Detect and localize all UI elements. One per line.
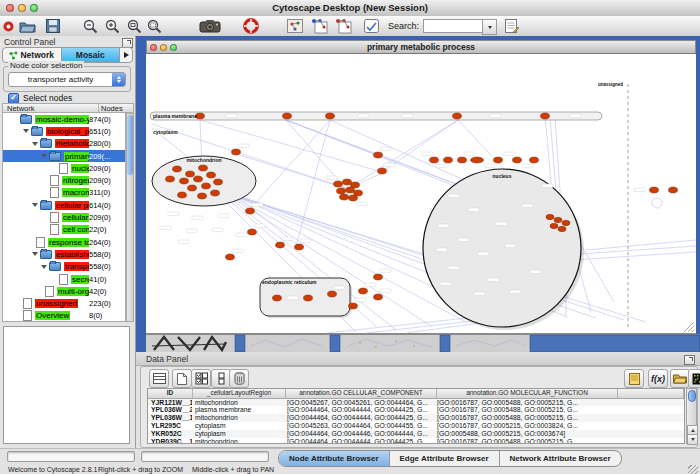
tree-label: cellular metabo (62, 213, 89, 222)
zoom-fit-icon[interactable] (125, 17, 143, 35)
tree-scrollbar-thumb[interactable] (127, 115, 133, 175)
tree-row[interactable]: cell communicat22(0) (3, 224, 125, 236)
expand-icon[interactable] (41, 265, 47, 269)
file-icon (50, 187, 59, 198)
zoom-out-icon[interactable] (81, 17, 99, 35)
nucleus-region (423, 169, 581, 327)
tree-count: 874(0) (89, 115, 125, 124)
layout-overlay-red-icon[interactable] (333, 17, 353, 35)
tab-network-attribute-browser[interactable]: Network Attribute Browser (500, 451, 621, 466)
tree-row[interactable]: nitrogen compo209(0) (3, 174, 125, 186)
tab-edge-attribute-browser[interactable]: Edge Attribute Browser (390, 451, 500, 466)
tree-count: 558(0) (89, 262, 125, 271)
tree-row[interactable]: cellular metabo209(0) (3, 211, 125, 223)
birdseye-view-panel[interactable] (3, 326, 130, 444)
column-network[interactable]: Network (3, 104, 99, 112)
tree-row-selected[interactable]: primary metabo209(... (3, 150, 125, 162)
layout-overlay-blue-icon[interactable] (309, 17, 329, 35)
tree-row[interactable]: nucleobase-209(0) (3, 162, 125, 174)
search-label: Search: (388, 21, 419, 31)
search-input[interactable] (423, 19, 486, 33)
tab-overflow-button[interactable] (120, 48, 132, 62)
column-id[interactable]: ID (148, 389, 193, 398)
search-dropdown-button[interactable] (482, 19, 497, 35)
tree-row[interactable]: metabolic process280(0) (3, 138, 125, 150)
tree-row[interactable]: mosaic-demo-yeast874(0) (3, 113, 125, 125)
tree-row[interactable]: cellular process614(0) (3, 199, 125, 211)
tree-row[interactable]: biological_process651(0) (3, 125, 125, 137)
tree-row[interactable]: secretion41(0) (3, 273, 125, 285)
network-canvas[interactable]: plasma membrane cytoplasm mitochondrion … (146, 54, 696, 334)
tree-row[interactable]: transport558(0) (3, 261, 125, 273)
select-attributes-button[interactable] (149, 369, 169, 388)
node-color-dropdown[interactable]: transporter activity (8, 72, 126, 87)
network-image-icon[interactable] (285, 17, 305, 35)
window-titlebar[interactable]: Cytoscape Desktop (New Session) (0, 0, 700, 17)
tree-row[interactable]: multi-organism pro42(0) (3, 285, 125, 297)
tab-network[interactable]: Network (3, 48, 62, 62)
file-icon (59, 274, 68, 285)
window-resize-grip[interactable] (688, 465, 698, 474)
expand-icon[interactable] (41, 154, 47, 158)
tree-count: 209(0) (89, 164, 125, 173)
tree-row[interactable]: macromolecule311(0) (3, 187, 125, 199)
table-row[interactable]: YLR295Ccytoplasm[GO:0045263, GO:0044464,… (148, 422, 684, 430)
column-go-cellular-component[interactable]: annotation.GO CELLULAR_COMPONENT (286, 389, 437, 398)
tree-count: 209(... (89, 152, 125, 161)
canvas-resize-grip[interactable] (684, 322, 694, 332)
scroll-down-button[interactable] (687, 434, 698, 445)
status-welcome: Welcome to Cytoscape 2.8.1 (8, 466, 97, 473)
float-panel-icon[interactable] (684, 355, 695, 365)
table-row[interactable]: YJR121W__1mitochondrion[GO:0045267, GO:0… (148, 399, 684, 407)
file-icon (23, 298, 32, 309)
expand-icon[interactable] (32, 203, 38, 207)
chevron-right-icon (124, 52, 129, 58)
unselect-all-attributes-button[interactable] (211, 369, 231, 388)
expand-icon[interactable] (32, 142, 38, 146)
tree-label: nitrogen compo (62, 176, 89, 185)
help-icon[interactable] (241, 17, 261, 35)
table-row[interactable]: YPL036W__2plasma membrane[GO:0044464, GO… (148, 406, 684, 414)
tree-row[interactable]: establishment of lo558(0) (3, 248, 125, 260)
import-attributes-button[interactable] (670, 369, 690, 388)
open-session-icon[interactable] (17, 17, 37, 35)
select-nodes-checkbox[interactable]: ✓ (8, 93, 19, 104)
annotation-notepad-button[interactable] (624, 369, 644, 388)
column-go-molecular-function[interactable]: annotation.GO MOLECULAR_FUNCTION (437, 389, 618, 398)
delete-attribute-button[interactable] (229, 369, 249, 388)
snapshot-icon[interactable] (197, 17, 223, 35)
tab-mosaic[interactable]: Mosaic (62, 48, 121, 62)
tree-count: 223(0) (89, 299, 125, 308)
network-tree-icon (9, 51, 18, 60)
tree-row[interactable]: response to stimul264(0) (3, 236, 125, 248)
table-row[interactable]: YPL036W__1mitochondrion[GO:0044464, GO:0… (148, 414, 684, 422)
select-all-attributes-button[interactable] (191, 369, 211, 388)
cytoscape-logo-icon (2, 17, 14, 35)
data-panel-title: Data Panel (146, 354, 188, 364)
tab-node-attribute-browser[interactable]: Node Attribute Browser (279, 451, 390, 466)
expand-icon[interactable] (32, 252, 38, 256)
tree-label: metabolic process (55, 139, 89, 148)
column-nodes[interactable]: Nodes (99, 104, 133, 112)
table-scrollbar-thumb[interactable] (688, 390, 696, 402)
function-builder-button[interactable]: f(x) (648, 369, 668, 388)
matrix-view-button[interactable] (688, 369, 700, 388)
cytoscape-window: Cytoscape Desktop (New Session) (0, 0, 700, 474)
annotation-icon[interactable] (361, 17, 381, 35)
zoom-selected-icon[interactable] (145, 17, 163, 35)
tree-row[interactable]: unassigned223(0) (3, 297, 125, 309)
nucleus-label: nucleus (493, 173, 512, 179)
search-options-icon[interactable] (502, 17, 522, 35)
zoom-in-icon[interactable] (103, 17, 121, 35)
table-row[interactable]: YDR039C__1mitochondrion[GO:0044464, GO:0… (148, 438, 684, 444)
chevron-down-icon (488, 26, 492, 29)
expand-icon[interactable] (23, 129, 29, 133)
column-cellular-layout-region[interactable]: _cellularLayoutRegion (193, 389, 286, 398)
new-attribute-button[interactable] (172, 369, 192, 388)
folder-icon (40, 201, 52, 210)
table-row[interactable]: YKR052Ccytoplasm[GO:0044464, GO:0044446,… (148, 430, 684, 438)
file-icon (45, 286, 54, 297)
save-session-icon[interactable] (44, 17, 62, 35)
compartment-shapes (150, 84, 628, 330)
tree-row[interactable]: Overview8(0) (3, 310, 125, 322)
